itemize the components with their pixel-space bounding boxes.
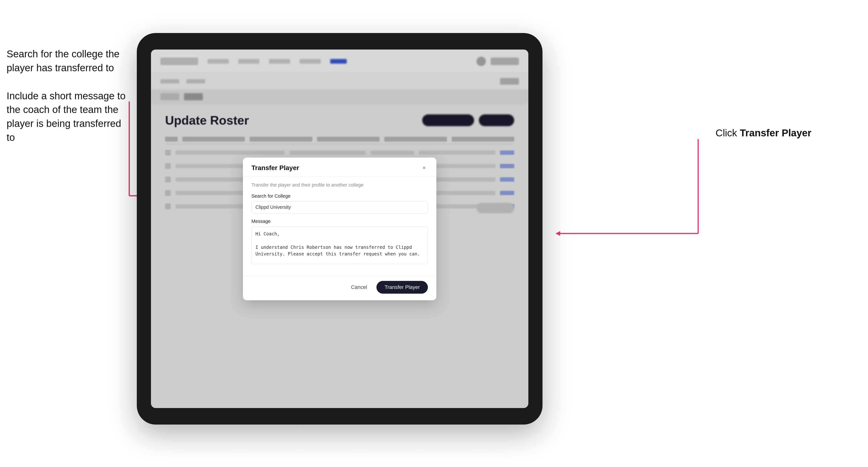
annotation-left-container: Search for the college the player has tr… [7, 47, 129, 159]
message-textarea[interactable]: Hi Coach, I understand Chris Robertson h… [251, 226, 428, 264]
modal-title: Transfer Player [251, 164, 299, 172]
transfer-player-modal: Transfer Player × Transfer the player an… [243, 158, 436, 300]
modal-header: Transfer Player × [243, 158, 436, 177]
cancel-button[interactable]: Cancel [346, 282, 372, 293]
modal-body: Transfer the player and their profile to… [243, 177, 436, 276]
annotation-right-container: Click Transfer Player [716, 127, 811, 139]
message-label: Message [251, 219, 428, 224]
svg-marker-5 [555, 231, 560, 236]
modal-close-button[interactable]: × [420, 164, 428, 172]
annotation-search-text: Search for the college the player has tr… [7, 47, 129, 75]
annotation-click-text: Click [716, 127, 740, 138]
message-group: Message Hi Coach, I understand Chris Rob… [251, 219, 428, 265]
modal-overlay: Transfer Player × Transfer the player an… [151, 50, 528, 408]
transfer-player-button[interactable]: Transfer Player [376, 281, 428, 294]
search-college-group: Search for College [251, 193, 428, 214]
modal-footer: Cancel Transfer Player [243, 276, 436, 300]
tablet-screen: Update Roster [151, 50, 528, 408]
tablet-frame: Update Roster [137, 33, 542, 425]
search-college-input[interactable] [251, 201, 428, 214]
annotation-transfer-player-text: Transfer Player [740, 127, 811, 138]
modal-subtitle: Transfer the player and their profile to… [251, 182, 428, 188]
search-college-label: Search for College [251, 193, 428, 199]
annotation-message-text: Include a short message to the coach of … [7, 89, 129, 145]
